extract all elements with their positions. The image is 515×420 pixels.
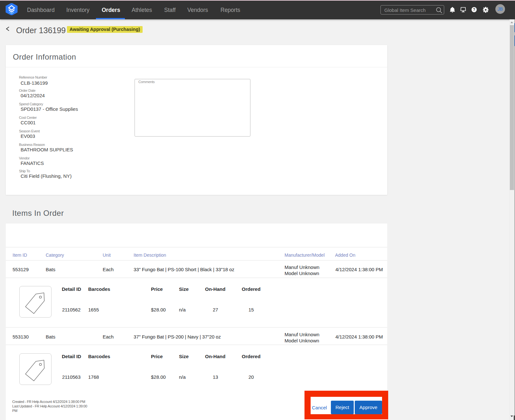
svg-text:?: ? (473, 7, 475, 12)
